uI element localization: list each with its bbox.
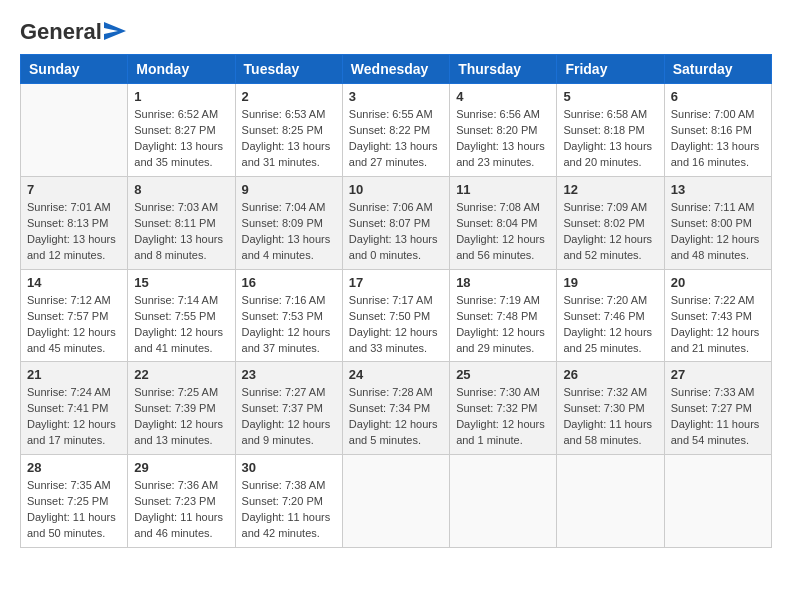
header-monday: Monday (128, 55, 235, 84)
day-info: Sunrise: 7:32 AM Sunset: 7:30 PM Dayligh… (563, 385, 657, 449)
logo-general: General (20, 20, 102, 44)
calendar-cell: 15Sunrise: 7:14 AM Sunset: 7:55 PM Dayli… (128, 269, 235, 362)
day-info: Sunrise: 7:01 AM Sunset: 8:13 PM Dayligh… (27, 200, 121, 264)
day-number: 20 (671, 275, 765, 290)
day-info: Sunrise: 7:16 AM Sunset: 7:53 PM Dayligh… (242, 293, 336, 357)
day-number: 24 (349, 367, 443, 382)
day-info: Sunrise: 7:11 AM Sunset: 8:00 PM Dayligh… (671, 200, 765, 264)
day-info: Sunrise: 6:52 AM Sunset: 8:27 PM Dayligh… (134, 107, 228, 171)
day-info: Sunrise: 7:25 AM Sunset: 7:39 PM Dayligh… (134, 385, 228, 449)
calendar-cell: 1Sunrise: 6:52 AM Sunset: 8:27 PM Daylig… (128, 84, 235, 177)
calendar-cell: 13Sunrise: 7:11 AM Sunset: 8:00 PM Dayli… (664, 176, 771, 269)
calendar-cell (450, 455, 557, 548)
calendar-cell: 5Sunrise: 6:58 AM Sunset: 8:18 PM Daylig… (557, 84, 664, 177)
day-number: 25 (456, 367, 550, 382)
day-number: 12 (563, 182, 657, 197)
day-info: Sunrise: 6:58 AM Sunset: 8:18 PM Dayligh… (563, 107, 657, 171)
day-number: 26 (563, 367, 657, 382)
day-number: 17 (349, 275, 443, 290)
day-number: 18 (456, 275, 550, 290)
day-info: Sunrise: 7:12 AM Sunset: 7:57 PM Dayligh… (27, 293, 121, 357)
day-info: Sunrise: 7:00 AM Sunset: 8:16 PM Dayligh… (671, 107, 765, 171)
day-info: Sunrise: 6:56 AM Sunset: 8:20 PM Dayligh… (456, 107, 550, 171)
day-number: 14 (27, 275, 121, 290)
day-info: Sunrise: 7:33 AM Sunset: 7:27 PM Dayligh… (671, 385, 765, 449)
day-info: Sunrise: 7:30 AM Sunset: 7:32 PM Dayligh… (456, 385, 550, 449)
day-info: Sunrise: 7:03 AM Sunset: 8:11 PM Dayligh… (134, 200, 228, 264)
calendar-cell: 22Sunrise: 7:25 AM Sunset: 7:39 PM Dayli… (128, 362, 235, 455)
calendar-cell: 20Sunrise: 7:22 AM Sunset: 7:43 PM Dayli… (664, 269, 771, 362)
header-friday: Friday (557, 55, 664, 84)
day-info: Sunrise: 7:24 AM Sunset: 7:41 PM Dayligh… (27, 385, 121, 449)
calendar-cell: 19Sunrise: 7:20 AM Sunset: 7:46 PM Dayli… (557, 269, 664, 362)
day-info: Sunrise: 7:35 AM Sunset: 7:25 PM Dayligh… (27, 478, 121, 542)
calendar-cell: 29Sunrise: 7:36 AM Sunset: 7:23 PM Dayli… (128, 455, 235, 548)
calendar-cell: 4Sunrise: 6:56 AM Sunset: 8:20 PM Daylig… (450, 84, 557, 177)
calendar-cell: 21Sunrise: 7:24 AM Sunset: 7:41 PM Dayli… (21, 362, 128, 455)
day-info: Sunrise: 7:22 AM Sunset: 7:43 PM Dayligh… (671, 293, 765, 357)
day-number: 11 (456, 182, 550, 197)
day-number: 4 (456, 89, 550, 104)
svg-marker-0 (104, 22, 126, 40)
logo-arrow-icon (104, 22, 126, 40)
calendar-cell (664, 455, 771, 548)
day-number: 13 (671, 182, 765, 197)
calendar-cell: 14Sunrise: 7:12 AM Sunset: 7:57 PM Dayli… (21, 269, 128, 362)
calendar-week-4: 21Sunrise: 7:24 AM Sunset: 7:41 PM Dayli… (21, 362, 772, 455)
calendar-cell: 28Sunrise: 7:35 AM Sunset: 7:25 PM Dayli… (21, 455, 128, 548)
day-number: 16 (242, 275, 336, 290)
day-info: Sunrise: 7:38 AM Sunset: 7:20 PM Dayligh… (242, 478, 336, 542)
calendar-cell: 8Sunrise: 7:03 AM Sunset: 8:11 PM Daylig… (128, 176, 235, 269)
day-number: 19 (563, 275, 657, 290)
calendar-week-3: 14Sunrise: 7:12 AM Sunset: 7:57 PM Dayli… (21, 269, 772, 362)
day-number: 6 (671, 89, 765, 104)
calendar-cell: 11Sunrise: 7:08 AM Sunset: 8:04 PM Dayli… (450, 176, 557, 269)
day-info: Sunrise: 7:06 AM Sunset: 8:07 PM Dayligh… (349, 200, 443, 264)
calendar-week-1: 1Sunrise: 6:52 AM Sunset: 8:27 PM Daylig… (21, 84, 772, 177)
day-info: Sunrise: 7:36 AM Sunset: 7:23 PM Dayligh… (134, 478, 228, 542)
day-info: Sunrise: 6:55 AM Sunset: 8:22 PM Dayligh… (349, 107, 443, 171)
calendar-cell: 12Sunrise: 7:09 AM Sunset: 8:02 PM Dayli… (557, 176, 664, 269)
day-number: 3 (349, 89, 443, 104)
calendar-cell: 27Sunrise: 7:33 AM Sunset: 7:27 PM Dayli… (664, 362, 771, 455)
day-number: 5 (563, 89, 657, 104)
calendar-cell: 18Sunrise: 7:19 AM Sunset: 7:48 PM Dayli… (450, 269, 557, 362)
day-info: Sunrise: 7:20 AM Sunset: 7:46 PM Dayligh… (563, 293, 657, 357)
day-number: 29 (134, 460, 228, 475)
calendar-cell: 25Sunrise: 7:30 AM Sunset: 7:32 PM Dayli… (450, 362, 557, 455)
day-info: Sunrise: 7:17 AM Sunset: 7:50 PM Dayligh… (349, 293, 443, 357)
header-tuesday: Tuesday (235, 55, 342, 84)
calendar-cell: 3Sunrise: 6:55 AM Sunset: 8:22 PM Daylig… (342, 84, 449, 177)
day-number: 28 (27, 460, 121, 475)
day-info: Sunrise: 7:04 AM Sunset: 8:09 PM Dayligh… (242, 200, 336, 264)
day-number: 27 (671, 367, 765, 382)
calendar-cell: 9Sunrise: 7:04 AM Sunset: 8:09 PM Daylig… (235, 176, 342, 269)
calendar-cell: 6Sunrise: 7:00 AM Sunset: 8:16 PM Daylig… (664, 84, 771, 177)
day-info: Sunrise: 6:53 AM Sunset: 8:25 PM Dayligh… (242, 107, 336, 171)
header-thursday: Thursday (450, 55, 557, 84)
calendar-cell: 7Sunrise: 7:01 AM Sunset: 8:13 PM Daylig… (21, 176, 128, 269)
day-number: 10 (349, 182, 443, 197)
day-number: 22 (134, 367, 228, 382)
calendar-cell: 24Sunrise: 7:28 AM Sunset: 7:34 PM Dayli… (342, 362, 449, 455)
calendar-cell: 2Sunrise: 6:53 AM Sunset: 8:25 PM Daylig… (235, 84, 342, 177)
calendar-cell: 30Sunrise: 7:38 AM Sunset: 7:20 PM Dayli… (235, 455, 342, 548)
day-number: 23 (242, 367, 336, 382)
header-wednesday: Wednesday (342, 55, 449, 84)
header-saturday: Saturday (664, 55, 771, 84)
calendar-cell: 16Sunrise: 7:16 AM Sunset: 7:53 PM Dayli… (235, 269, 342, 362)
logo: General (20, 20, 126, 44)
day-number: 8 (134, 182, 228, 197)
day-info: Sunrise: 7:19 AM Sunset: 7:48 PM Dayligh… (456, 293, 550, 357)
calendar: SundayMondayTuesdayWednesdayThursdayFrid… (20, 54, 772, 548)
day-info: Sunrise: 7:27 AM Sunset: 7:37 PM Dayligh… (242, 385, 336, 449)
day-info: Sunrise: 7:08 AM Sunset: 8:04 PM Dayligh… (456, 200, 550, 264)
day-number: 9 (242, 182, 336, 197)
day-number: 21 (27, 367, 121, 382)
header: General (20, 20, 772, 44)
day-number: 30 (242, 460, 336, 475)
calendar-cell (557, 455, 664, 548)
day-number: 15 (134, 275, 228, 290)
calendar-cell: 26Sunrise: 7:32 AM Sunset: 7:30 PM Dayli… (557, 362, 664, 455)
day-info: Sunrise: 7:09 AM Sunset: 8:02 PM Dayligh… (563, 200, 657, 264)
